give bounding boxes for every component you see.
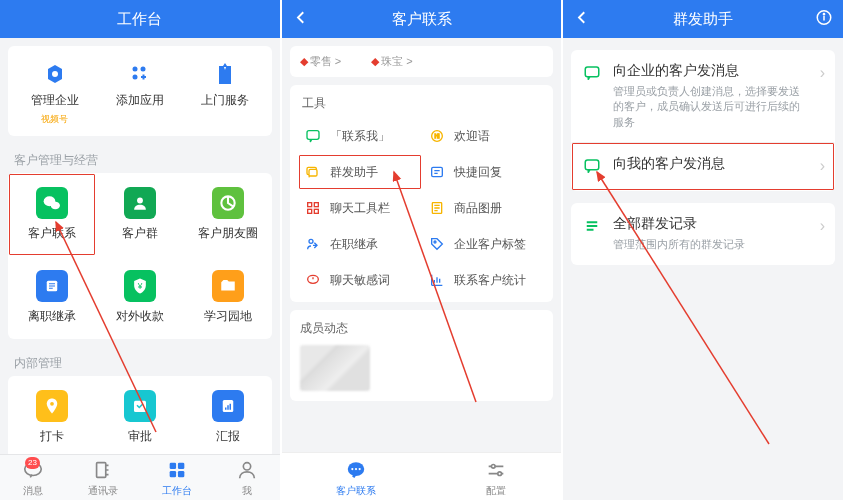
nav-tab[interactable]: 客户联系 [336, 459, 376, 498]
svg-point-34 [434, 241, 436, 243]
svg-point-1 [52, 71, 58, 77]
feature-tile[interactable]: 打卡 [8, 376, 96, 459]
feature-label: 汇报 [216, 428, 240, 445]
nav-tab[interactable]: 通讯录 [88, 459, 118, 498]
badge-sub: 视频号 [41, 113, 68, 126]
feature-tile[interactable]: 客户朋友圈 [184, 173, 272, 256]
svg-rect-30 [307, 209, 311, 213]
nav-label: 消息 [23, 484, 43, 498]
hi-icon: Hi [428, 127, 446, 145]
tool-item[interactable]: 「联系我」 [298, 118, 422, 154]
badge: 23 [25, 457, 40, 469]
feature-label: 离职继承 [28, 308, 76, 325]
svg-rect-16 [96, 463, 105, 478]
stats-icon [428, 271, 446, 289]
broadcast-log[interactable]: 全部群发记录 管理范围内所有的群发记录 › [571, 203, 835, 264]
plus-grid-icon [126, 60, 154, 88]
header-title: 群发助手 [673, 10, 733, 29]
tool-item[interactable]: 聊天敏感词 [298, 262, 422, 298]
list-lines-icon [583, 215, 603, 239]
feature-label: 客户联系 [28, 225, 76, 242]
info-icon[interactable] [815, 9, 833, 30]
header-bar: 工作台 [0, 0, 280, 38]
folder-icon [212, 270, 244, 302]
feature-tile[interactable]: 客户联系 [8, 173, 96, 256]
contacts-icon [92, 459, 114, 483]
feature-tile[interactable]: 汇报 [184, 376, 272, 459]
nav-tab[interactable]: 23 消息 [22, 459, 44, 498]
svg-point-42 [498, 472, 502, 476]
tool-label: 聊天工具栏 [330, 200, 390, 217]
tool-item[interactable]: 在职继承 [298, 226, 422, 262]
svg-point-6 [51, 202, 60, 210]
nav-label: 配置 [486, 484, 506, 498]
svg-rect-26 [309, 169, 317, 176]
svg-rect-47 [586, 160, 600, 170]
svg-rect-19 [169, 471, 175, 477]
phone1-content: 管理企业 视频号 添加应用 · 上门服务 · 客户管理与经营 客户联系 客户群 … [0, 38, 280, 500]
phone-customer-contact: 客户联系 ◆零售 > ◆珠宝 > 工具 「联系我」Hi 欢迎语 群发助手 快捷回… [282, 0, 562, 500]
calendar-icon [124, 390, 156, 422]
pin-icon [36, 390, 68, 422]
header-title: 工作台 [117, 10, 162, 29]
back-icon[interactable] [573, 9, 591, 30]
svg-point-3 [140, 67, 145, 72]
tool-label: 快捷回复 [454, 164, 502, 181]
tool-item[interactable]: 企业客户标签 [422, 226, 546, 262]
svg-point-39 [355, 468, 357, 470]
tool-item[interactable]: 聊天工具栏 [298, 190, 422, 226]
svg-point-4 [132, 75, 137, 80]
nav-tab[interactable]: 我 [236, 459, 258, 498]
top-shortcut[interactable]: 管理企业 视频号 [31, 60, 79, 126]
reply-icon [428, 163, 446, 181]
svg-point-35 [307, 275, 318, 283]
nav-tab[interactable]: 工作台 [162, 459, 192, 498]
feature-tile[interactable]: ¥ 对外收款 [96, 256, 184, 339]
feature-tile[interactable]: 离职继承 [8, 256, 96, 339]
member-preview-blurred [300, 345, 370, 391]
tool-label: 「联系我」 [330, 128, 390, 145]
feature-tile[interactable]: 客户群 [96, 173, 184, 256]
tool-label: 商品图册 [454, 200, 502, 217]
tool-item[interactable]: 商品图册 [422, 190, 546, 226]
top-shortcut[interactable]: 添加应用 · [116, 60, 164, 126]
tool-item[interactable]: 快捷回复 [422, 154, 546, 190]
broadcast-option[interactable]: 向企业的客户发消息 管理员或负责人创建消息，选择要发送的客户，成员确认发送后可进… [571, 50, 835, 142]
tag-icon [428, 235, 446, 253]
svg-rect-18 [178, 463, 184, 469]
option-title: 全部群发记录 [613, 215, 809, 233]
breadcrumb[interactable]: ◆零售 > ◆珠宝 > [290, 46, 554, 77]
header-bar: 群发助手 [563, 0, 843, 38]
person-icon [236, 459, 258, 483]
svg-rect-22 [307, 131, 319, 140]
sliders-icon [485, 459, 507, 483]
toolbar-icon [304, 199, 322, 217]
feature-tile[interactable]: 审批 [96, 376, 184, 459]
feature-tile[interactable]: 学习园地 [184, 256, 272, 339]
tool-item[interactable]: 联系客户统计 [422, 262, 546, 298]
list-icon [36, 270, 68, 302]
gear-icon [41, 60, 69, 88]
top-shortcut[interactable]: 上门服务 · [201, 60, 249, 126]
option-desc: 管理范围内所有的群发记录 [613, 237, 809, 252]
feature-label: 学习园地 [204, 308, 252, 325]
svg-point-11 [50, 402, 54, 406]
shield-yen-icon: ¥ [124, 270, 156, 302]
svg-rect-20 [178, 471, 184, 477]
broadcast-icon [304, 163, 322, 181]
feature-label: 审批 [128, 428, 152, 445]
chat-out-icon [583, 155, 603, 179]
svg-text:Hi: Hi [434, 133, 439, 139]
phone2-content: ◆零售 > ◆珠宝 > 工具 「联系我」Hi 欢迎语 群发助手 快捷回复 聊天工… [282, 38, 562, 500]
wechat-icon [36, 187, 68, 219]
broadcast-option[interactable]: 向我的客户发消息 › [571, 142, 835, 191]
suit-icon [211, 60, 239, 88]
back-icon[interactable] [292, 9, 310, 30]
tool-item[interactable]: 群发助手 [298, 154, 422, 190]
badge-sub: · [139, 113, 142, 123]
tool-item[interactable]: Hi 欢迎语 [422, 118, 546, 154]
nav-label: 通讯录 [88, 484, 118, 498]
tools-title: 工具 [298, 95, 546, 112]
nav-tab[interactable]: 配置 [485, 459, 507, 498]
phone-broadcast: 群发助手 向企业的客户发消息 管理员或负责人创建消息，选择要发送的客户，成员确认… [563, 0, 843, 500]
